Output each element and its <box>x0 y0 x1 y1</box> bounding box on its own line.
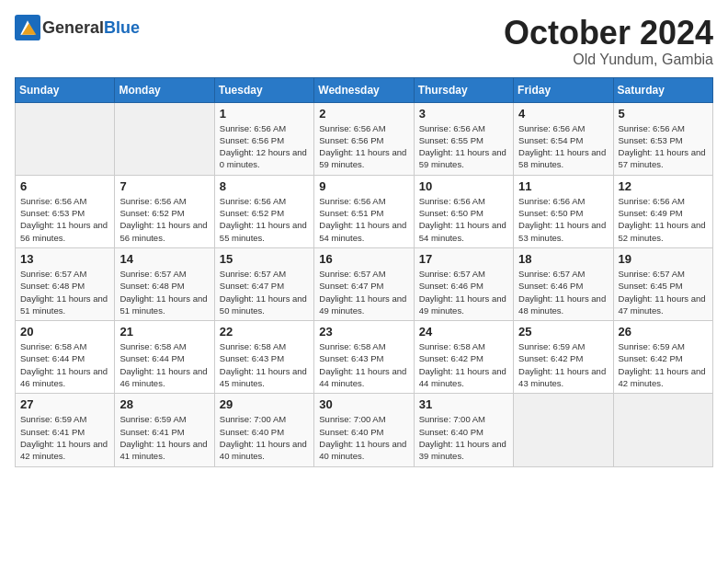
day-info: Sunrise: 6:59 AM Sunset: 6:42 PM Dayligh… <box>518 340 608 389</box>
day-number: 7 <box>119 179 209 193</box>
day-info: Sunrise: 6:58 AM Sunset: 6:44 PM Dayligh… <box>119 340 209 389</box>
weekday-header-cell: Thursday <box>414 77 513 102</box>
weekday-header-cell: Sunday <box>16 77 115 102</box>
day-number: 31 <box>419 397 508 411</box>
day-info: Sunrise: 6:59 AM Sunset: 6:41 PM Dayligh… <box>20 413 109 462</box>
day-number: 22 <box>220 325 309 339</box>
day-number: 9 <box>319 179 408 193</box>
day-info: Sunrise: 6:57 AM Sunset: 6:48 PM Dayligh… <box>119 268 209 316</box>
calendar-week-row: 13 Sunrise: 6:57 AM Sunset: 6:48 PM Dayl… <box>16 247 713 320</box>
calendar-day-cell: 31 Sunrise: 7:00 AM Sunset: 6:40 PM Dayl… <box>414 394 513 466</box>
day-info: Sunrise: 6:56 AM Sunset: 6:56 PM Dayligh… <box>319 122 408 171</box>
calendar-day-cell: 2 Sunrise: 6:56 AM Sunset: 6:56 PM Dayli… <box>314 102 414 175</box>
day-number: 28 <box>119 397 209 411</box>
day-info: Sunrise: 6:56 AM Sunset: 6:55 PM Dayligh… <box>419 122 508 171</box>
calendar-day-cell: 9 Sunrise: 6:56 AM Sunset: 6:51 PM Dayli… <box>314 175 414 247</box>
day-info: Sunrise: 6:56 AM Sunset: 6:49 PM Dayligh… <box>619 195 708 244</box>
calendar-week-row: 20 Sunrise: 6:58 AM Sunset: 6:44 PM Dayl… <box>16 321 713 394</box>
day-number: 19 <box>619 252 708 266</box>
calendar-day-cell: 20 Sunrise: 6:58 AM Sunset: 6:44 PM Dayl… <box>16 321 115 394</box>
calendar-day-cell: 13 Sunrise: 6:57 AM Sunset: 6:48 PM Dayl… <box>16 247 115 320</box>
day-info: Sunrise: 6:56 AM Sunset: 6:50 PM Dayligh… <box>518 195 608 244</box>
day-info: Sunrise: 6:56 AM Sunset: 6:53 PM Dayligh… <box>619 122 708 171</box>
calendar-day-cell <box>613 394 712 466</box>
calendar-day-cell: 22 Sunrise: 6:58 AM Sunset: 6:43 PM Dayl… <box>214 321 313 394</box>
day-info: Sunrise: 6:58 AM Sunset: 6:44 PM Dayligh… <box>20 340 109 389</box>
day-number: 3 <box>419 107 508 121</box>
day-number: 18 <box>518 252 608 266</box>
day-number: 17 <box>419 252 508 266</box>
day-info: Sunrise: 6:56 AM Sunset: 6:50 PM Dayligh… <box>419 195 508 244</box>
calendar-day-cell: 23 Sunrise: 6:58 AM Sunset: 6:43 PM Dayl… <box>314 321 414 394</box>
day-number: 23 <box>319 325 408 339</box>
day-number: 11 <box>518 179 608 193</box>
day-number: 6 <box>20 179 109 193</box>
calendar-day-cell: 14 Sunrise: 6:57 AM Sunset: 6:48 PM Dayl… <box>115 247 214 320</box>
day-info: Sunrise: 6:57 AM Sunset: 6:48 PM Dayligh… <box>20 268 109 316</box>
calendar-week-row: 1 Sunrise: 6:56 AM Sunset: 6:56 PM Dayli… <box>16 102 713 175</box>
calendar-day-cell: 6 Sunrise: 6:56 AM Sunset: 6:53 PM Dayli… <box>16 175 115 247</box>
calendar-day-cell: 18 Sunrise: 6:57 AM Sunset: 6:46 PM Dayl… <box>514 247 613 320</box>
day-info: Sunrise: 6:56 AM Sunset: 6:52 PM Dayligh… <box>220 195 309 244</box>
calendar-week-row: 27 Sunrise: 6:59 AM Sunset: 6:41 PM Dayl… <box>16 394 713 466</box>
weekday-header-cell: Friday <box>514 77 613 102</box>
title-area: October 2024 Old Yundum, Gambia <box>504 15 713 68</box>
day-info: Sunrise: 6:56 AM Sunset: 6:56 PM Dayligh… <box>220 122 309 171</box>
calendar-day-cell: 24 Sunrise: 6:58 AM Sunset: 6:42 PM Dayl… <box>414 321 513 394</box>
calendar-day-cell: 11 Sunrise: 6:56 AM Sunset: 6:50 PM Dayl… <box>514 175 613 247</box>
day-number: 13 <box>20 252 109 266</box>
day-number: 8 <box>220 179 309 193</box>
day-number: 14 <box>119 252 209 266</box>
day-number: 16 <box>319 252 408 266</box>
calendar-day-cell: 19 Sunrise: 6:57 AM Sunset: 6:45 PM Dayl… <box>613 247 712 320</box>
calendar-day-cell: 26 Sunrise: 6:59 AM Sunset: 6:42 PM Dayl… <box>613 321 712 394</box>
day-number: 5 <box>619 107 708 121</box>
day-number: 26 <box>619 325 708 339</box>
day-info: Sunrise: 6:56 AM Sunset: 6:53 PM Dayligh… <box>20 195 109 244</box>
weekday-header-row: SundayMondayTuesdayWednesdayThursdayFrid… <box>16 77 713 102</box>
day-number: 25 <box>518 325 608 339</box>
calendar-body: 1 Sunrise: 6:56 AM Sunset: 6:56 PM Dayli… <box>16 102 713 466</box>
day-number: 21 <box>119 325 209 339</box>
calendar-day-cell: 12 Sunrise: 6:56 AM Sunset: 6:49 PM Dayl… <box>613 175 712 247</box>
day-info: Sunrise: 7:00 AM Sunset: 6:40 PM Dayligh… <box>319 413 408 462</box>
day-number: 20 <box>20 325 109 339</box>
calendar-day-cell: 28 Sunrise: 6:59 AM Sunset: 6:41 PM Dayl… <box>115 394 214 466</box>
location-title: Old Yundum, Gambia <box>504 52 713 68</box>
weekday-header-cell: Saturday <box>613 77 712 102</box>
weekday-header-cell: Wednesday <box>314 77 414 102</box>
calendar-day-cell: 3 Sunrise: 6:56 AM Sunset: 6:55 PM Dayli… <box>414 102 513 175</box>
day-info: Sunrise: 6:58 AM Sunset: 6:42 PM Dayligh… <box>419 340 508 389</box>
page-header: GeneralBlue October 2024 Old Yundum, Gam… <box>15 15 713 68</box>
day-info: Sunrise: 7:00 AM Sunset: 6:40 PM Dayligh… <box>419 413 508 462</box>
calendar-day-cell: 21 Sunrise: 6:58 AM Sunset: 6:44 PM Dayl… <box>115 321 214 394</box>
day-info: Sunrise: 6:57 AM Sunset: 6:45 PM Dayligh… <box>619 268 708 316</box>
calendar-day-cell <box>514 394 613 466</box>
day-info: Sunrise: 6:57 AM Sunset: 6:46 PM Dayligh… <box>518 268 608 316</box>
day-info: Sunrise: 6:59 AM Sunset: 6:42 PM Dayligh… <box>619 340 708 389</box>
day-number: 15 <box>220 252 309 266</box>
calendar-day-cell <box>16 102 115 175</box>
logo-text: GeneralBlue <box>42 18 140 38</box>
day-number: 4 <box>518 107 608 121</box>
calendar-day-cell: 27 Sunrise: 6:59 AM Sunset: 6:41 PM Dayl… <box>16 394 115 466</box>
day-info: Sunrise: 6:58 AM Sunset: 6:43 PM Dayligh… <box>319 340 408 389</box>
day-number: 2 <box>319 107 408 121</box>
calendar-day-cell <box>115 102 214 175</box>
day-number: 12 <box>619 179 708 193</box>
calendar-day-cell: 1 Sunrise: 6:56 AM Sunset: 6:56 PM Dayli… <box>214 102 313 175</box>
calendar-day-cell: 8 Sunrise: 6:56 AM Sunset: 6:52 PM Dayli… <box>214 175 313 247</box>
day-info: Sunrise: 6:57 AM Sunset: 6:47 PM Dayligh… <box>220 268 309 316</box>
day-number: 27 <box>20 397 109 411</box>
month-title: October 2024 <box>504 15 713 52</box>
day-number: 30 <box>319 397 408 411</box>
calendar-day-cell: 25 Sunrise: 6:59 AM Sunset: 6:42 PM Dayl… <box>514 321 613 394</box>
day-info: Sunrise: 6:57 AM Sunset: 6:47 PM Dayligh… <box>319 268 408 316</box>
day-number: 29 <box>220 397 309 411</box>
calendar-day-cell: 16 Sunrise: 6:57 AM Sunset: 6:47 PM Dayl… <box>314 247 414 320</box>
day-info: Sunrise: 6:59 AM Sunset: 6:41 PM Dayligh… <box>119 413 209 462</box>
weekday-header-cell: Tuesday <box>214 77 313 102</box>
calendar-day-cell: 5 Sunrise: 6:56 AM Sunset: 6:53 PM Dayli… <box>613 102 712 175</box>
day-info: Sunrise: 6:57 AM Sunset: 6:46 PM Dayligh… <box>419 268 508 316</box>
calendar-week-row: 6 Sunrise: 6:56 AM Sunset: 6:53 PM Dayli… <box>16 175 713 247</box>
